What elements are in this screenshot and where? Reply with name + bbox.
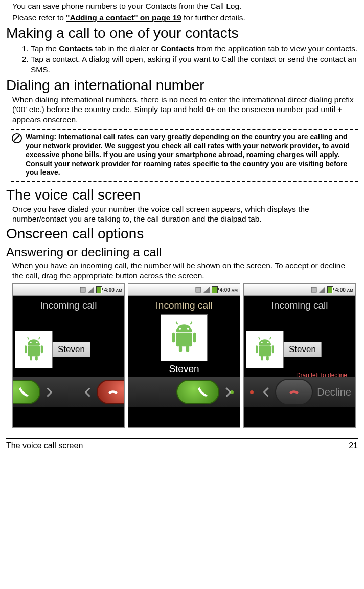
incoming-call-label: Incoming call bbox=[128, 296, 240, 314]
intro-p1: You can save phone numbers to your Conta… bbox=[6, 1, 358, 11]
intl-t2: on the onscreen number pad until bbox=[215, 105, 338, 114]
hangup-icon bbox=[107, 386, 119, 398]
chevron-left-icon bbox=[263, 387, 272, 397]
svg-rect-33 bbox=[266, 356, 269, 361]
android-icon bbox=[249, 334, 280, 365]
svg-rect-19 bbox=[172, 333, 175, 343]
svg-rect-1 bbox=[80, 287, 85, 292]
svg-rect-12 bbox=[196, 287, 201, 292]
heading-onscreen-options: Onscreen call options bbox=[6, 226, 358, 242]
warning-block: Warning: International call rates can va… bbox=[11, 129, 358, 182]
step1-t1: Tap the bbox=[31, 44, 59, 53]
incoming-call-label: Incoming call bbox=[244, 296, 355, 314]
caller-avatar bbox=[15, 331, 53, 368]
svg-rect-21 bbox=[179, 346, 182, 352]
svg-rect-10 bbox=[30, 356, 32, 361]
answer-button[interactable] bbox=[176, 380, 219, 404]
incoming-call-label: Incoming call bbox=[13, 296, 124, 314]
svg-rect-23 bbox=[311, 287, 316, 292]
svg-rect-22 bbox=[186, 346, 189, 352]
warning-text: Warning: International call rates can va… bbox=[26, 133, 358, 178]
svg-point-14 bbox=[179, 328, 181, 330]
svg-rect-8 bbox=[25, 345, 27, 353]
screenshot-incoming-default: 4:00 AM Incoming call Steven bbox=[12, 283, 125, 428]
page-footer: The voice call screen 21 bbox=[6, 438, 358, 455]
screenshot-drag-decline: 4:00 AM Incoming call Steven bbox=[243, 283, 356, 428]
heading-answering: Answering or declining a call bbox=[6, 245, 358, 259]
chevron-left-icon bbox=[84, 387, 94, 397]
status-bar: 4:00 AM bbox=[128, 284, 240, 296]
svg-rect-32 bbox=[261, 356, 263, 361]
steps-list: Tap the Contacts tab in the dialer or Co… bbox=[6, 43, 358, 74]
phone-icon bbox=[18, 386, 30, 398]
signal-icon bbox=[88, 287, 94, 293]
intl-b2: + bbox=[337, 105, 342, 114]
sd-icon bbox=[311, 287, 317, 293]
heading-making-call: Making a call to one of your contacts bbox=[6, 25, 358, 41]
svg-point-4 bbox=[36, 342, 38, 343]
footer-section-title: The voice call screen bbox=[6, 441, 83, 450]
decline-label: Decline bbox=[317, 386, 351, 398]
signal-icon bbox=[203, 287, 210, 293]
caller-name: Steven bbox=[283, 342, 322, 357]
step-1: Tap the Contacts tab in the dialer or Co… bbox=[31, 43, 358, 53]
svg-rect-7 bbox=[28, 345, 40, 356]
svg-point-3 bbox=[30, 342, 32, 343]
step1-b2: Contacts bbox=[161, 44, 194, 53]
heading-intl: Dialing an international number bbox=[6, 77, 358, 94]
intro-p2: Please refer to "Adding a contact" on pa… bbox=[6, 13, 358, 23]
step1-t3: from the application tab to view your co… bbox=[195, 44, 358, 53]
status-bar: 4:00 AM bbox=[13, 284, 124, 296]
svg-point-26 bbox=[267, 342, 269, 343]
voice-p: Once you have dialed your number the voi… bbox=[6, 204, 358, 224]
heading-voice-screen: The voice call screen bbox=[6, 187, 358, 203]
target-dot bbox=[250, 390, 254, 394]
svg-point-15 bbox=[187, 328, 189, 330]
svg-rect-9 bbox=[41, 345, 43, 353]
cross-ref-link[interactable]: "Adding a contact" on page 19 bbox=[66, 13, 181, 22]
chevron-right-icon bbox=[222, 387, 231, 397]
svg-rect-11 bbox=[35, 356, 38, 361]
screenshot-drag-answer: 4:00 AM Incoming call Steven Drag right … bbox=[128, 283, 240, 428]
chevron-right-icon bbox=[43, 387, 52, 397]
svg-rect-20 bbox=[193, 333, 196, 343]
caller-avatar bbox=[246, 331, 284, 368]
intl-p: When dialing international numbers, ther… bbox=[6, 95, 358, 124]
warning-icon bbox=[11, 133, 22, 144]
svg-rect-29 bbox=[259, 345, 271, 356]
battery-icon bbox=[96, 286, 102, 293]
caller-avatar bbox=[161, 314, 208, 361]
intl-t3: appears onscreen. bbox=[12, 115, 78, 124]
decline-button[interactable] bbox=[275, 379, 313, 405]
page-number: 21 bbox=[349, 441, 358, 450]
battery-icon bbox=[327, 286, 333, 293]
sd-icon bbox=[195, 287, 201, 293]
status-time: 4:00 AM bbox=[104, 287, 122, 293]
step1-b1: Contacts bbox=[59, 44, 93, 53]
answer-button[interactable] bbox=[12, 380, 40, 404]
decline-slider[interactable]: Decline bbox=[244, 377, 355, 407]
answer-decline-bar bbox=[13, 377, 124, 407]
step-2: Tap a contact. A dialog will open, askin… bbox=[31, 54, 358, 74]
svg-point-25 bbox=[261, 342, 263, 343]
screenshots-row: 4:00 AM Incoming call Steven bbox=[6, 283, 358, 428]
intro-p2-after: for further details. bbox=[181, 13, 245, 22]
android-icon bbox=[18, 334, 49, 365]
svg-rect-18 bbox=[176, 333, 192, 346]
android-icon bbox=[164, 318, 204, 358]
signal-icon bbox=[319, 287, 325, 293]
caller-name: Steven bbox=[128, 363, 240, 375]
answer-slider[interactable] bbox=[128, 377, 240, 407]
svg-rect-30 bbox=[256, 345, 258, 353]
battery-icon bbox=[212, 286, 218, 293]
status-bar: 4:00 AM bbox=[244, 284, 355, 296]
step1-t2: tab in the dialer or bbox=[93, 44, 161, 53]
intl-b1: 0+ bbox=[206, 105, 215, 114]
status-time: 4:00 AM bbox=[220, 287, 238, 293]
decline-button[interactable] bbox=[97, 380, 125, 404]
intro-p2-before: Please refer to bbox=[12, 13, 66, 22]
answering-p: When you have an incoming call, the numb… bbox=[6, 260, 358, 280]
sd-icon bbox=[80, 287, 86, 293]
svg-rect-31 bbox=[272, 345, 274, 353]
hangup-icon bbox=[288, 386, 300, 398]
